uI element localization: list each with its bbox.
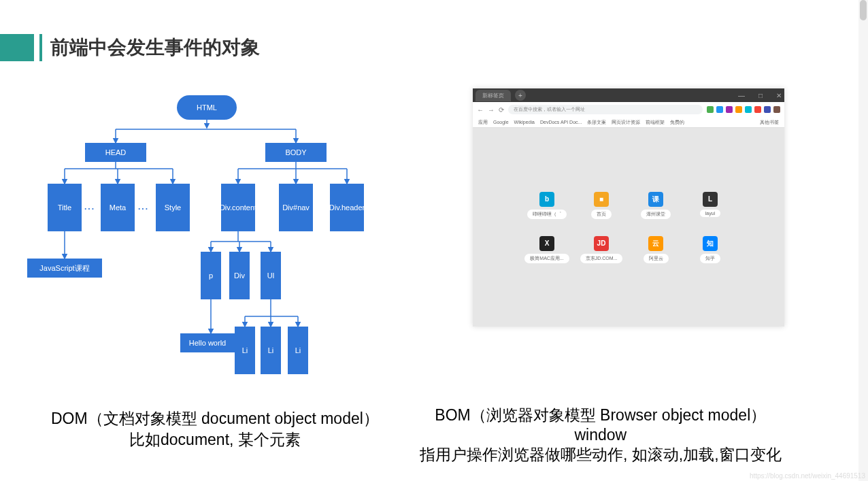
node-div-nav: Div#nav xyxy=(279,184,313,231)
scrollbar-thumb[interactable] xyxy=(860,0,867,20)
node-title: Title xyxy=(48,184,82,231)
address-placeholder: 在百度中搜索，或者输入一个网址 xyxy=(514,106,585,113)
tile-bilibili[interactable]: b哔哩哔哩（゜ xyxy=(527,192,567,219)
tile-jd[interactable]: JD京东JD.COM... xyxy=(581,236,622,263)
node-head: HEAD xyxy=(85,143,146,162)
tile-icon: b xyxy=(539,192,554,207)
tile-icon: 知 xyxy=(703,236,718,251)
tile-label: 知乎 xyxy=(700,254,720,263)
title-bar: 前端中会发生事件的对象 xyxy=(0,34,260,61)
bookmark-wikipedia[interactable]: Wikipedia xyxy=(514,120,535,125)
reload-icon[interactable]: ⟳ xyxy=(499,106,504,114)
watermark: https://blog.csdn.net/weixin_44691513 xyxy=(750,472,865,480)
bookmark-7[interactable]: 免费的 xyxy=(670,119,684,126)
tile-icon: 课 xyxy=(648,192,663,207)
dom-desc-line1: DOM（文档对象模型 document object model） xyxy=(51,410,379,427)
node-js-course: JavaScript课程 xyxy=(27,259,102,278)
dom-desc-line2: 比如document, 某个元素 xyxy=(129,431,301,448)
dom-description: DOM（文档对象模型 document object model） 比如docu… xyxy=(51,408,379,450)
bookmark-6[interactable]: 前端框架 xyxy=(646,119,665,126)
bom-description: BOM（浏览器对象模型 Browser object model） window… xyxy=(420,405,782,465)
ext-icon-1[interactable] xyxy=(707,106,714,113)
tile-aliyun[interactable]: 云阿里云 xyxy=(635,236,676,263)
bookmarks-bar: 应用 Google Wikipedia DevDocs API Doc... 条… xyxy=(473,117,784,128)
tile-icon: JD xyxy=(594,236,609,251)
node-body: BODY xyxy=(265,143,327,162)
tile-home[interactable]: ■首页 xyxy=(581,192,622,219)
ext-icon-2[interactable] xyxy=(716,106,723,113)
browser-window: 新标签页 + — □ ✕ ← → ⟳ 在百度中搜索，或者输入一个网址 xyxy=(473,88,784,327)
dom-tree-diagram: HTML HEAD BODY Title Meta Style ··· ··· … xyxy=(14,88,395,395)
tile-mac[interactable]: X极简MAC应用... xyxy=(527,236,567,263)
bom-desc-line1: BOM（浏览器对象模型 Browser object model） xyxy=(435,406,766,424)
bookmark-apps[interactable]: 应用 xyxy=(478,119,488,126)
ext-icon-5[interactable] xyxy=(745,106,752,113)
bom-desc-line2: window xyxy=(574,426,627,444)
node-html: HTML xyxy=(177,95,237,120)
address-bar[interactable]: 在百度中搜索，或者输入一个网址 xyxy=(508,105,703,114)
forward-icon[interactable]: → xyxy=(488,106,495,114)
bookmark-other[interactable]: 其他书签 xyxy=(760,119,779,126)
tile-label: 阿里云 xyxy=(644,254,669,263)
tile-icon: L xyxy=(703,192,718,207)
ext-icon-4[interactable] xyxy=(735,106,742,113)
tile-icon: X xyxy=(539,236,554,251)
node-p: p xyxy=(201,252,221,299)
new-tab-button[interactable]: + xyxy=(515,90,526,101)
browser-tab[interactable]: 新标签页 xyxy=(475,90,511,101)
browser-content: b哔哩哔哩（゜ ■首页 课潭州课堂 Llayui X极简MAC应用... JD京… xyxy=(473,128,784,327)
tile-layui[interactable]: Llayui xyxy=(690,192,731,219)
node-li-3: Li xyxy=(288,327,308,374)
node-div: Div xyxy=(229,252,250,299)
browser-toolbar: ← → ⟳ 在百度中搜索，或者输入一个网址 xyxy=(473,102,784,117)
tile-tanzhou[interactable]: 课潭州课堂 xyxy=(635,192,676,219)
close-button[interactable]: ✕ xyxy=(776,92,782,99)
slide-title: 前端中会发生事件的对象 xyxy=(50,35,260,61)
node-li-2: Li xyxy=(261,327,281,374)
ext-icon-7[interactable] xyxy=(764,106,771,113)
minimize-button[interactable]: — xyxy=(738,92,745,99)
scrollbar-track[interactable] xyxy=(858,0,868,481)
bom-desc-line3: 指用户操作浏览器做哪些动作, 如滚动,加载,窗口变化 xyxy=(420,446,782,463)
bookmark-5[interactable]: 网页设计资源 xyxy=(612,119,640,126)
tile-icon: 云 xyxy=(648,236,663,251)
window-controls: — □ ✕ xyxy=(738,92,782,99)
tile-label: 潭州课堂 xyxy=(641,210,671,219)
node-style: Style xyxy=(156,184,190,231)
tile-icon: ■ xyxy=(594,192,609,207)
tile-label: 哔哩哔哩（゜ xyxy=(527,210,567,219)
node-div-content: Div.content xyxy=(221,184,255,231)
node-div-header: Div.header xyxy=(330,184,364,231)
bookmark-google[interactable]: Google xyxy=(493,120,509,125)
dots-a: ··· xyxy=(84,204,95,214)
maximize-button[interactable]: □ xyxy=(758,92,763,99)
node-meta: Meta xyxy=(101,184,135,231)
browser-tabbar: 新标签页 + — □ ✕ xyxy=(473,88,784,102)
ext-icon-6[interactable] xyxy=(754,106,761,113)
bookmark-4[interactable]: 条形文案 xyxy=(587,119,606,126)
bookmark-devdocs[interactable]: DevDocs API Doc... xyxy=(540,120,582,125)
tile-label: 极简MAC应用... xyxy=(524,254,569,263)
node-li-1: Li xyxy=(235,327,255,374)
node-hello: Hello world xyxy=(180,333,235,352)
accent-block xyxy=(0,34,34,61)
back-icon[interactable]: ← xyxy=(477,106,484,114)
ext-icon-3[interactable] xyxy=(726,106,733,113)
ext-icon-8[interactable] xyxy=(773,106,780,113)
node-ul: Ul xyxy=(261,252,281,299)
tile-label: 京东JD.COM... xyxy=(580,254,623,263)
accent-line xyxy=(39,34,42,61)
dots-b: ··· xyxy=(138,204,149,214)
tile-label: 首页 xyxy=(591,210,612,219)
slide: 前端中会发生事件的对象 xyxy=(0,0,789,481)
speed-dial-grid: b哔哩哔哩（゜ ■首页 课潭州课堂 Llayui X极简MAC应用... JD京… xyxy=(527,192,731,263)
tile-label: layui xyxy=(700,210,720,217)
tile-zhihu[interactable]: 知知乎 xyxy=(690,236,731,263)
extension-icons xyxy=(707,106,780,113)
